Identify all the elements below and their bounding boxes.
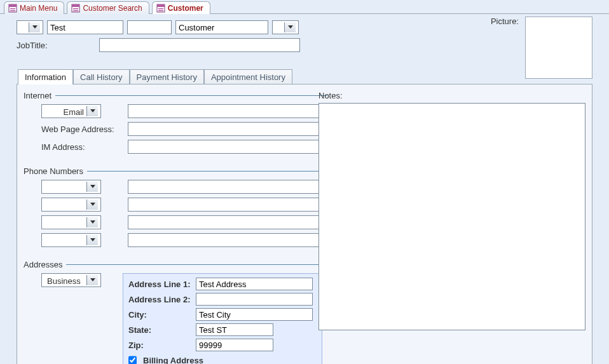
last-name-input[interactable] xyxy=(175,20,268,34)
web-input[interactable] xyxy=(128,122,327,136)
email-type-combo[interactable]: Email xyxy=(41,104,101,118)
form-icon xyxy=(71,4,80,13)
form-body: JobTitle: Picture: Information Call Hist… xyxy=(0,14,609,364)
city-label: City: xyxy=(128,310,192,320)
chevron-down-icon[interactable] xyxy=(86,235,98,245)
group-addresses: Addresses Business Address Line 1: xyxy=(24,260,327,364)
notes-area: Notes: xyxy=(318,91,585,332)
jobtitle-input[interactable] xyxy=(99,38,300,52)
jobtitle-label: JobTitle: xyxy=(17,41,93,50)
chevron-down-icon[interactable] xyxy=(29,22,40,32)
svg-rect-11 xyxy=(158,10,163,11)
notes-textarea[interactable] xyxy=(318,103,585,330)
billing-address-checkbox[interactable] xyxy=(128,354,137,364)
svg-marker-13 xyxy=(288,25,293,29)
phone-type-combo[interactable] xyxy=(41,233,101,247)
first-name-input[interactable] xyxy=(47,20,123,34)
window-tab-customer-search[interactable]: Customer Search xyxy=(67,1,149,14)
email-input[interactable] xyxy=(128,104,327,118)
chevron-down-icon[interactable] xyxy=(86,106,98,116)
svg-marker-15 xyxy=(90,185,95,188)
svg-rect-7 xyxy=(73,10,78,11)
address-line1-input[interactable] xyxy=(196,278,313,290)
inner-tab-control: Information Call History Payment History… xyxy=(17,69,592,364)
svg-marker-19 xyxy=(90,278,95,281)
svg-rect-3 xyxy=(10,10,15,11)
chevron-down-icon[interactable] xyxy=(86,182,98,192)
group-legend: Phone Numbers xyxy=(24,166,83,176)
chevron-down-icon[interactable] xyxy=(86,217,98,227)
window-tab-label: Customer xyxy=(168,4,203,13)
name-suffix-combo[interactable] xyxy=(272,20,299,34)
web-label: Web Page Address: xyxy=(41,125,124,134)
phone-number-input[interactable] xyxy=(128,233,327,247)
phone-number-input[interactable] xyxy=(128,198,327,212)
svg-rect-5 xyxy=(72,4,79,7)
notes-label: Notes: xyxy=(318,91,585,100)
group-legend: Internet xyxy=(24,91,51,100)
phone-number-input[interactable] xyxy=(128,215,327,229)
svg-rect-1 xyxy=(9,4,17,7)
name-prefix-combo[interactable] xyxy=(17,20,43,34)
zip-input[interactable] xyxy=(196,339,273,351)
phone-number-input[interactable] xyxy=(128,180,327,194)
svg-rect-6 xyxy=(73,8,78,10)
tab-payment-history[interactable]: Payment History xyxy=(130,69,204,84)
address-subform: Address Line 1: Address Line 2: City: xyxy=(123,273,322,364)
middle-name-input[interactable] xyxy=(127,20,172,34)
window-tab-bar: Main Menu Customer Search Customer xyxy=(0,0,609,14)
city-input[interactable] xyxy=(196,308,313,321)
zip-label: Zip: xyxy=(128,340,192,350)
svg-marker-12 xyxy=(32,25,38,29)
address-line2-input[interactable] xyxy=(196,293,313,306)
chevron-down-icon[interactable] xyxy=(284,22,296,32)
svg-marker-14 xyxy=(90,109,95,112)
tab-call-history[interactable]: Call History xyxy=(73,69,129,84)
group-legend: Addresses xyxy=(24,260,62,269)
chevron-down-icon[interactable] xyxy=(86,275,98,285)
billing-address-label: Billing Address xyxy=(143,356,203,365)
form-icon xyxy=(8,4,17,13)
phone-type-combo[interactable] xyxy=(41,198,101,212)
inner-tab-strip: Information Call History Payment History… xyxy=(17,69,592,84)
window-tab-label: Main Menu xyxy=(20,4,57,13)
tab-panel-information: Internet Email Web xyxy=(17,84,592,364)
window-tab-main-menu[interactable]: Main Menu xyxy=(4,1,64,14)
chevron-down-icon[interactable] xyxy=(86,199,98,210)
svg-marker-18 xyxy=(90,238,95,241)
tab-appointment-history[interactable]: Appointment History xyxy=(204,69,292,84)
address-line2-label: Address Line 2: xyxy=(128,295,192,304)
phone-type-combo[interactable] xyxy=(41,215,101,229)
im-input[interactable] xyxy=(128,140,327,154)
svg-marker-16 xyxy=(90,203,95,206)
window-tab-label: Customer Search xyxy=(83,4,142,13)
svg-rect-10 xyxy=(158,8,163,10)
im-label: IM Address: xyxy=(41,142,124,152)
svg-rect-9 xyxy=(157,4,165,7)
state-label: State: xyxy=(128,325,192,335)
form-icon xyxy=(156,4,165,13)
svg-marker-17 xyxy=(90,220,95,224)
address-type-combo[interactable]: Business xyxy=(41,273,101,287)
phone-type-combo[interactable] xyxy=(41,180,101,194)
picture-label: Picture: xyxy=(491,17,519,26)
group-internet: Internet Email Web xyxy=(24,91,327,158)
address-line1-label: Address Line 1: xyxy=(128,280,192,289)
group-phone-numbers: Phone Numbers xyxy=(24,166,327,251)
window-tab-customer[interactable]: Customer xyxy=(152,1,210,14)
svg-rect-2 xyxy=(10,8,15,10)
state-input[interactable] xyxy=(196,323,273,336)
tab-information[interactable]: Information xyxy=(18,69,73,84)
